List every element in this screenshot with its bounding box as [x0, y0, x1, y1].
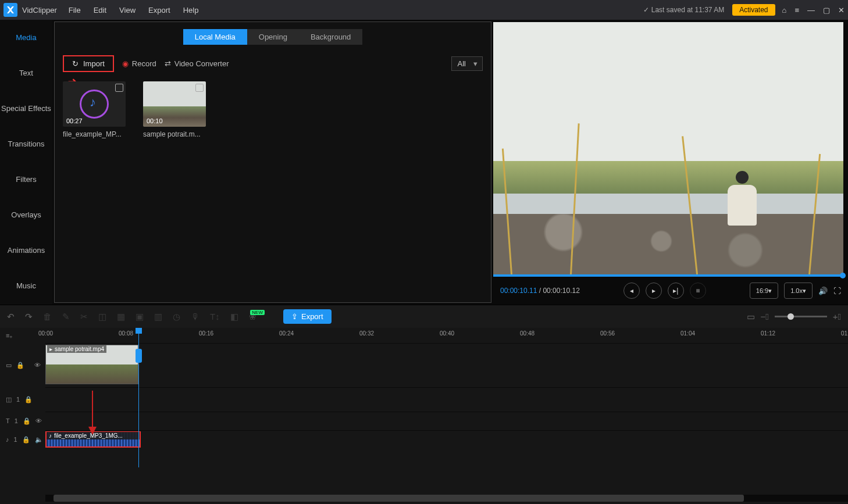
menu-file[interactable]: File — [69, 6, 81, 15]
mosaic-icon[interactable]: ▦ — [117, 312, 125, 322]
playhead[interactable] — [138, 328, 139, 467]
sidebar-item-special-effects[interactable]: Special Effects — [0, 91, 52, 126]
aspect-value: 16:9 — [756, 287, 768, 294]
pip-track-header[interactable]: ◫ 1 🔒 — [0, 387, 45, 412]
zoom-slider[interactable] — [775, 316, 827, 317]
track-number: 1 — [16, 396, 20, 403]
stop-button[interactable]: ■ — [690, 283, 706, 299]
zoom-in-icon[interactable]: +⃝ — [833, 312, 841, 321]
media-panel: Local Media Opening Background ↻ Import … — [54, 22, 491, 303]
video-converter-button[interactable]: ⇄ Video Converter — [165, 59, 229, 68]
fit-icon[interactable]: ▭ — [747, 312, 755, 322]
edit-icon[interactable]: ✎ — [62, 312, 70, 322]
text-track-header[interactable]: T 1 🔒 👁 — [0, 412, 45, 430]
lock-icon[interactable]: 🔒 — [16, 362, 24, 369]
mute-icon[interactable]: 🔈 — [35, 436, 43, 444]
last-saved: ✓ Last saved at 11:37 AM — [643, 6, 724, 14]
color-icon[interactable]: ◧ — [230, 312, 238, 322]
zoom-out-icon[interactable]: −⃝ — [761, 312, 769, 321]
preview-progress[interactable] — [493, 274, 843, 277]
volume-icon[interactable]: 🔊 — [818, 287, 828, 295]
sidebar: Media Text Special Effects Transitions F… — [0, 20, 52, 305]
next-frame-button[interactable]: ▸| — [668, 283, 684, 299]
export-icon: ⇪ — [291, 312, 298, 321]
maximize-icon[interactable]: ▢ — [823, 6, 830, 15]
converter-label: Video Converter — [174, 59, 229, 68]
crop-icon[interactable]: ◫ — [98, 312, 106, 322]
redo-icon[interactable]: ↷ — [25, 312, 33, 322]
media-filter-dropdown[interactable]: All — [451, 56, 483, 71]
sidebar-item-filters[interactable]: Filters — [0, 162, 52, 197]
media-tabs: Local Media Opening Background — [55, 22, 491, 52]
split-icon[interactable]: ✂ — [80, 312, 88, 322]
time-ruler[interactable]: 00:0000:0800:1600:2400:3200:4000:4800:56… — [45, 328, 848, 343]
converter-icon: ⇄ — [165, 59, 171, 68]
sidebar-item-animations[interactable]: Animations — [0, 233, 52, 268]
pip-track-lane[interactable] — [45, 387, 848, 412]
bar-icon[interactable]: ▥ — [154, 312, 162, 322]
pip-track-icon: ◫ — [6, 396, 12, 403]
video-type-icon — [195, 84, 204, 92]
timeline-video-clip[interactable]: ▸sample potrait.mp4 — [45, 345, 138, 384]
tab-local-media[interactable]: Local Media — [183, 29, 247, 45]
play-button[interactable]: ▸ — [646, 283, 662, 299]
activated-badge[interactable]: Activated — [732, 4, 775, 16]
audio-track-header[interactable]: ♪ 1 🔒 🔈 — [0, 430, 45, 449]
sidebar-item-music[interactable]: Music — [0, 268, 52, 303]
annotation-arrow-icon — [88, 391, 97, 435]
duration-icon[interactable]: ◷ — [173, 312, 180, 322]
lock-icon[interactable]: 🔒 — [23, 417, 31, 425]
playback-speed-dropdown[interactable]: 1.0x ▾ — [784, 283, 813, 299]
menu-view[interactable]: View — [119, 6, 136, 15]
audio-track-lane[interactable]: ♪file_example_MP3_1MG... — [45, 430, 848, 449]
delete-icon[interactable]: 🗑 — [43, 312, 52, 321]
ruler-mark: 00:48 — [520, 330, 535, 337]
video-track-lane[interactable]: ▸sample potrait.mp4 — [45, 343, 848, 387]
minimize-icon[interactable]: — — [807, 6, 815, 15]
freeze-icon[interactable]: ▣ — [136, 312, 144, 322]
media-item-audio[interactable]: 00:27 file_example_MP... — [63, 81, 126, 138]
track-number: 1 — [14, 436, 17, 443]
audio-thumbnail: 00:27 — [63, 81, 126, 127]
video-track-header[interactable]: ▭ 🔒 👁 — [0, 343, 45, 387]
sidebar-item-text[interactable]: Text — [0, 55, 52, 91]
undo-icon[interactable]: ↶ — [7, 312, 15, 322]
import-button[interactable]: ↻ Import — [63, 55, 114, 72]
ruler-mark: 01:04 — [680, 330, 695, 337]
fullscreen-icon[interactable]: ⛶ — [833, 287, 841, 295]
close-icon[interactable]: ✕ — [838, 6, 845, 15]
aspect-ratio-dropdown[interactable]: 16:9 ▾ — [750, 283, 778, 299]
clip-duration: 00:10 — [147, 117, 163, 124]
preview-canvas[interactable] — [493, 22, 843, 274]
timeline-scrollbar[interactable] — [45, 495, 848, 502]
prev-frame-button[interactable]: ◂ — [623, 283, 640, 299]
media-item-video[interactable]: 00:10 sample potrait.m... — [143, 81, 206, 138]
menu-help[interactable]: Help — [183, 6, 199, 15]
sidebar-item-media[interactable]: Media — [0, 20, 52, 55]
media-grid: ➜ 00:27 file_example_MP... 00:10 sample … — [55, 78, 491, 142]
ruler-mark: 00:00 — [38, 330, 53, 337]
sidebar-item-transitions[interactable]: Transitions — [0, 126, 52, 162]
menu-edit[interactable]: Edit — [94, 6, 106, 15]
eye-icon[interactable]: 👁 — [35, 417, 42, 424]
lock-icon[interactable]: 🔒 — [24, 396, 33, 403]
ruler-mark: 01:12 — [761, 330, 775, 337]
voiceover-icon[interactable]: 🎙 — [191, 312, 199, 321]
title-bar: VidClipper File Edit View Export Help ✓ … — [0, 0, 848, 20]
eye-icon[interactable]: 👁 — [34, 362, 41, 369]
tab-opening[interactable]: Opening — [247, 29, 299, 45]
tracks-area[interactable]: 00:0000:0800:1600:2400:3200:4000:4800:56… — [45, 328, 848, 504]
tab-background[interactable]: Background — [299, 29, 362, 45]
ruler-mark: 01:20 — [841, 330, 848, 337]
record-button[interactable]: ◉ Record — [122, 59, 156, 68]
text-track-lane[interactable] — [45, 412, 848, 430]
export-button[interactable]: ⇪ Export — [283, 309, 332, 324]
text-tool-icon[interactable]: T↕ — [210, 312, 220, 321]
hamburger-icon[interactable]: ≡ — [794, 6, 799, 15]
clip-type-icon: ♪ — [49, 432, 52, 439]
sidebar-item-overlays[interactable]: Overlays — [0, 197, 52, 233]
menu-export[interactable]: Export — [148, 6, 170, 15]
lock-icon[interactable]: 🔒 — [22, 436, 30, 444]
home-icon[interactable]: ⌂ — [782, 6, 787, 15]
preview-controls: 00:00:10.11 / 00:00:10.12 ◂ ▸ ▸| ■ 16:9 … — [493, 277, 848, 305]
